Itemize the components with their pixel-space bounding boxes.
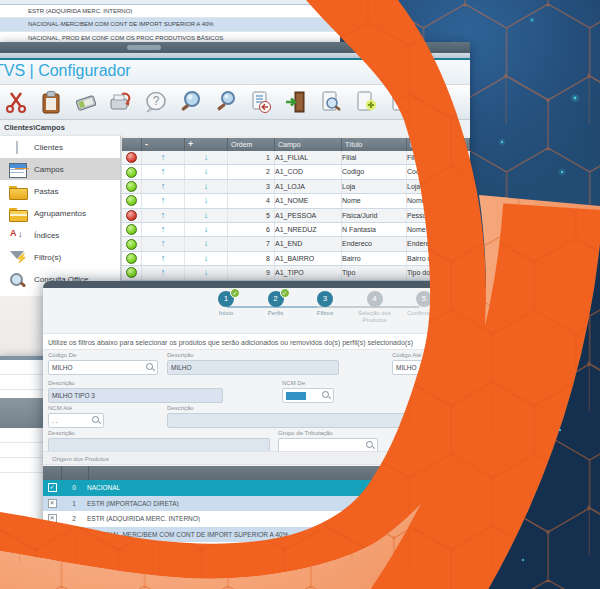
wizard-step[interactable]: 3 Filtros bbox=[302, 291, 348, 324]
step-circle[interactable]: 3 bbox=[317, 291, 333, 307]
ncm-ate-input[interactable]: . . bbox=[48, 413, 104, 428]
down-arrow-icon[interactable]: ↓ bbox=[185, 151, 228, 164]
up-arrow-icon[interactable]: ↑ bbox=[142, 180, 185, 193]
col-minus[interactable]: - bbox=[142, 138, 185, 151]
up-arrow-icon[interactable]: ↑ bbox=[142, 266, 185, 279]
table-row[interactable]: ↑ ↓ 6 A1_NREDUZ N Fantasia Nome Reduzido bbox=[122, 223, 470, 237]
wizard-step[interactable]: 5 Confirmação bbox=[401, 291, 447, 324]
wizard-step[interactable]: 4 Seleção dos Produtos bbox=[352, 291, 398, 324]
lookup-icon[interactable] bbox=[146, 363, 155, 372]
search-icon[interactable] bbox=[212, 88, 240, 116]
strip-row[interactable]: ESTR (ADQUIRIDA MERC. INTERNO) bbox=[0, 5, 340, 18]
col-campo[interactable]: Campo bbox=[275, 138, 342, 151]
down-arrow-icon[interactable]: ↓ bbox=[185, 194, 228, 207]
origem-row[interactable]: ✕ 1 ESTR (IMPORTACAO DIRETA) bbox=[43, 496, 563, 512]
zoom-icon[interactable] bbox=[177, 88, 205, 116]
up-arrow-icon[interactable]: ↑ bbox=[142, 194, 185, 207]
down-arrow-icon[interactable]: ↓ bbox=[185, 165, 228, 178]
up-arrow-icon[interactable]: ↑ bbox=[142, 209, 185, 222]
field-ncm-ate: NCM Até . . bbox=[48, 405, 104, 428]
address-book-icon[interactable] bbox=[72, 88, 100, 116]
up-arrow-icon[interactable]: ↑ bbox=[142, 252, 185, 265]
sidebar-item[interactable]: Pastas bbox=[0, 180, 120, 202]
step-circle[interactable]: 4 bbox=[367, 291, 383, 307]
field-label: Descrição bbox=[167, 405, 457, 411]
origem-table-header bbox=[43, 466, 563, 480]
origem-row[interactable]: ✕ 3 NACIONAL-MERC/BEM COM CONT DE IMPORT… bbox=[43, 527, 563, 543]
descricao-produto-input[interactable]: MILHO TIPO 3 bbox=[48, 388, 223, 403]
help-icon[interactable]: ? bbox=[142, 88, 170, 116]
table-row[interactable]: ↑ ↓ 7 A1_END Endereco Endereco do client… bbox=[122, 237, 470, 251]
table-row[interactable]: ↑ ↓ 9 A1_TIPO Tipo Tipo do Cliente bbox=[122, 266, 470, 280]
sidebar-item[interactable]: Campos bbox=[0, 158, 120, 180]
sidebar-item[interactable]: Filtro(s) bbox=[0, 246, 120, 268]
table-row[interactable]: ↑ ↓ 4 A1_NOME Nome Nome do cliente bbox=[122, 194, 470, 208]
sidebar-item[interactable]: Clientes bbox=[0, 136, 120, 158]
col-descricao[interactable]: Descrição bbox=[407, 138, 470, 151]
codigo-de-input[interactable]: MILHO bbox=[48, 360, 158, 375]
new-document-icon[interactable] bbox=[352, 88, 380, 116]
window-titlebar[interactable] bbox=[0, 42, 470, 53]
cell-ordem: 1 bbox=[228, 151, 275, 164]
cell-titulo: Nome bbox=[342, 194, 407, 207]
strip-row[interactable]: NACIONAL-MERC/BEM COM CONT DE IMPORT SUP… bbox=[0, 18, 340, 31]
up-arrow-icon[interactable]: ↑ bbox=[142, 237, 185, 250]
down-arrow-icon[interactable]: ↓ bbox=[185, 223, 228, 236]
exit-icon[interactable] bbox=[282, 88, 310, 116]
wizard-titlebar[interactable] bbox=[43, 281, 563, 288]
lookup-icon[interactable] bbox=[366, 441, 375, 450]
print-send-icon[interactable] bbox=[107, 88, 135, 116]
lookup-icon[interactable] bbox=[490, 363, 499, 372]
sidebar-item-label: Pastas bbox=[34, 187, 58, 196]
down-arrow-icon[interactable]: ↓ bbox=[185, 266, 228, 279]
drag-handle[interactable] bbox=[127, 45, 161, 50]
step-label: Filtros bbox=[299, 310, 351, 317]
table-row[interactable]: ↑ ↓ 3 A1_LOJA Loja Loja do Cliente bbox=[122, 180, 470, 194]
descricao-codigo-input[interactable]: MILHO bbox=[167, 360, 339, 375]
cell-ordem: 3 bbox=[228, 180, 275, 193]
down-arrow-icon[interactable]: ↓ bbox=[185, 209, 228, 222]
wizard-step[interactable]: 1 ✓ Início bbox=[203, 291, 249, 324]
paste-icon[interactable] bbox=[37, 88, 65, 116]
down-arrow-icon[interactable]: ↓ bbox=[185, 180, 228, 193]
checkbox-icon[interactable]: ✕ bbox=[48, 545, 57, 554]
col-titulo[interactable]: Título bbox=[342, 138, 407, 151]
ncm-de-input[interactable] bbox=[282, 388, 334, 403]
step-circle[interactable]: 5 bbox=[416, 291, 432, 307]
origem-row[interactable]: ✕ 4 NACIONAL, PROD EM CONF COM OS PROC P… bbox=[43, 542, 563, 558]
cell-ordem: 5 bbox=[228, 209, 275, 222]
preview-document-icon[interactable] bbox=[317, 88, 345, 116]
cut-icon[interactable] bbox=[2, 88, 30, 116]
sidebar-item[interactable]: Índices bbox=[0, 224, 120, 246]
lookup-icon[interactable] bbox=[92, 416, 101, 425]
import-list-icon[interactable] bbox=[247, 88, 275, 116]
table-row[interactable]: ↑ ↓ 1 A1_FILIAL Filial Filial do Sistema bbox=[122, 151, 470, 165]
codigo-ate-input[interactable]: MILHO bbox=[392, 360, 502, 375]
table-row[interactable]: ↑ ↓ 8 A1_BAIRRO Bairro Bairro do cliente bbox=[122, 252, 470, 266]
edit-document-icon[interactable] bbox=[387, 88, 415, 116]
table-row[interactable]: ↑ ↓ 5 A1_PESSOA Fisica/Jurid Pessoa Fisi… bbox=[122, 209, 470, 223]
field-label: NCM De bbox=[282, 380, 334, 386]
checkbox-icon[interactable]: ✓ bbox=[48, 483, 57, 492]
cell-titulo: Bairro bbox=[342, 252, 407, 265]
col-ordem[interactable]: Ordem bbox=[228, 138, 275, 151]
lookup-icon[interactable] bbox=[322, 391, 331, 400]
up-arrow-icon[interactable]: ↑ bbox=[142, 165, 185, 178]
wizard-step[interactable]: 2 ✓ Perfis bbox=[253, 291, 299, 324]
cell-descricao: Codigo do Cliente bbox=[407, 165, 470, 178]
checkbox-icon[interactable]: ✕ bbox=[48, 530, 57, 539]
up-arrow-icon[interactable]: ↑ bbox=[142, 151, 185, 164]
up-arrow-icon[interactable]: ↑ bbox=[142, 223, 185, 236]
descricao-ncm-input[interactable] bbox=[167, 413, 457, 428]
checkbox-icon[interactable]: ✕ bbox=[48, 499, 57, 508]
origem-row[interactable]: ✕ 2 ESTR (ADQUIRIDA MERC. INTERNO) bbox=[43, 511, 563, 527]
down-arrow-icon[interactable]: ↓ bbox=[185, 252, 228, 265]
cell-titulo: Loja bbox=[342, 180, 407, 193]
origem-row[interactable]: ✓ 0 NACIONAL bbox=[43, 480, 563, 496]
sidebar-item[interactable]: Agrupamentos bbox=[0, 202, 120, 224]
col-plus[interactable]: + bbox=[185, 138, 228, 151]
checkbox-icon[interactable]: ✕ bbox=[48, 514, 57, 523]
sidebar-item-icon bbox=[8, 272, 28, 287]
down-arrow-icon[interactable]: ↓ bbox=[185, 237, 228, 250]
table-row[interactable]: ↑ ↓ 2 A1_COD Codigo Codigo do Cliente bbox=[122, 165, 470, 179]
